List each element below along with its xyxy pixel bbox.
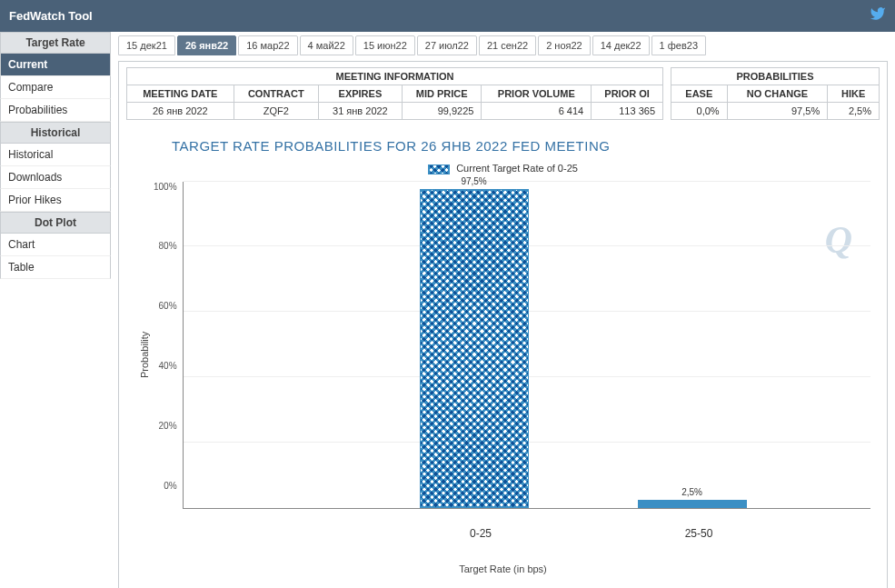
sidebar-section-header: Dot Plot [0, 212, 111, 234]
sidebar-item[interactable]: Downloads [0, 166, 111, 189]
y-tick: 100% [154, 182, 177, 192]
probabilities-title: PROBABILITIES [671, 68, 880, 85]
bar-rect [638, 500, 747, 508]
x-axis-ticks: 0-2525-50 [190, 527, 870, 543]
table-cell: 99,9225 [402, 103, 481, 120]
table-cell: 6 414 [482, 103, 592, 120]
sidebar-item[interactable]: Compare [0, 76, 111, 99]
table-cell: ZQF2 [234, 103, 318, 120]
x-tick: 25-50 [644, 527, 753, 540]
table-cell: 26 янв 2022 [127, 103, 234, 120]
app-header: FedWatch Tool [0, 0, 895, 32]
y-tick: 80% [159, 241, 177, 251]
sidebar: Target RateCurrentCompareProbabilitiesHi… [0, 32, 111, 588]
probabilities-table: PROBABILITIES EASENO CHANGEHIKE 0,0%97,5… [671, 67, 880, 120]
y-axis-label: Probability [135, 182, 154, 527]
chart-area: TARGET RATE PROBABILITIES FOR 26 ЯНВ 202… [126, 129, 880, 583]
meeting-info-title: MEETING INFORMATION [127, 68, 663, 85]
chart-bar: 2,5% [638, 500, 747, 508]
y-tick: 40% [159, 361, 177, 371]
meeting-info-table: MEETING INFORMATION MEETING DATECONTRACT… [126, 67, 663, 120]
table-header: MID PRICE [402, 85, 481, 103]
date-tab[interactable]: 1 фев23 [651, 35, 706, 55]
bar-value-label: 97,5% [420, 176, 529, 186]
chart-bar: 97,5% [420, 189, 529, 508]
table-header: PRIOR OI [592, 85, 663, 103]
chart-legend: Current Target Rate of 0-25 [135, 163, 870, 174]
date-tab[interactable]: 27 июл22 [417, 35, 477, 55]
sidebar-item[interactable]: Historical [0, 144, 111, 166]
table-header: PRIOR VOLUME [482, 85, 592, 103]
x-axis-label: Target Rate (in bps) [135, 563, 870, 574]
date-tab[interactable]: 15 июн22 [355, 35, 415, 55]
sidebar-section-header: Target Rate [0, 32, 111, 54]
table-cell: 113 365 [592, 103, 663, 120]
table-cell: 0,0% [671, 103, 728, 120]
legend-text: Current Target Rate of 0-25 [456, 163, 578, 174]
watermark: Q [825, 218, 852, 262]
date-tab[interactable]: 4 май22 [300, 35, 353, 55]
date-tabs: 15 дек2126 янв2216 мар224 май2215 июн222… [118, 35, 888, 55]
sidebar-item[interactable]: Chart [0, 234, 111, 256]
legend-swatch-icon [428, 164, 450, 174]
table-header: MEETING DATE [127, 85, 234, 103]
table-header: EASE [671, 85, 728, 103]
table-cell: 97,5% [727, 103, 828, 120]
sidebar-item[interactable]: Prior Hikes [0, 189, 111, 212]
table-header: HIKE [828, 85, 880, 103]
y-tick: 60% [159, 301, 177, 311]
date-tab[interactable]: 16 мар22 [238, 35, 297, 55]
date-tab[interactable]: 21 сен22 [479, 35, 536, 55]
content-box: MEETING INFORMATION MEETING DATECONTRACT… [118, 61, 888, 588]
app-title: FedWatch Tool [9, 9, 93, 23]
bar-value-label: 2,5% [638, 487, 747, 497]
sidebar-item[interactable]: Probabilities [0, 99, 111, 122]
y-axis-ticks: 100%80%60%40%20%0% [154, 182, 183, 509]
table-cell: 31 янв 2022 [318, 103, 402, 120]
table-header: NO CHANGE [727, 85, 828, 103]
date-tab[interactable]: 2 ноя22 [538, 35, 591, 55]
date-tab[interactable]: 15 дек21 [118, 35, 175, 55]
y-tick: 20% [159, 421, 177, 431]
sidebar-item[interactable]: Table [0, 256, 111, 279]
table-cell: 2,5% [828, 103, 880, 120]
table-header: EXPIRES [318, 85, 402, 103]
sidebar-section-header: Historical [0, 122, 111, 144]
table-header: CONTRACT [234, 85, 318, 103]
date-tab[interactable]: 26 янв22 [177, 35, 236, 55]
x-tick: 0-25 [426, 527, 535, 540]
date-tab[interactable]: 14 дек22 [592, 35, 650, 55]
bar-rect [420, 189, 529, 508]
sidebar-item[interactable]: Current [0, 54, 111, 76]
main-content: 15 дек2126 янв2216 мар224 май2215 июн222… [111, 32, 895, 588]
chart-title: TARGET RATE PROBABILITIES FOR 26 ЯНВ 202… [135, 138, 870, 154]
twitter-icon[interactable] [870, 5, 886, 26]
y-tick: 0% [164, 481, 176, 491]
chart-plot: Q 97,5%2,5% [183, 182, 870, 509]
